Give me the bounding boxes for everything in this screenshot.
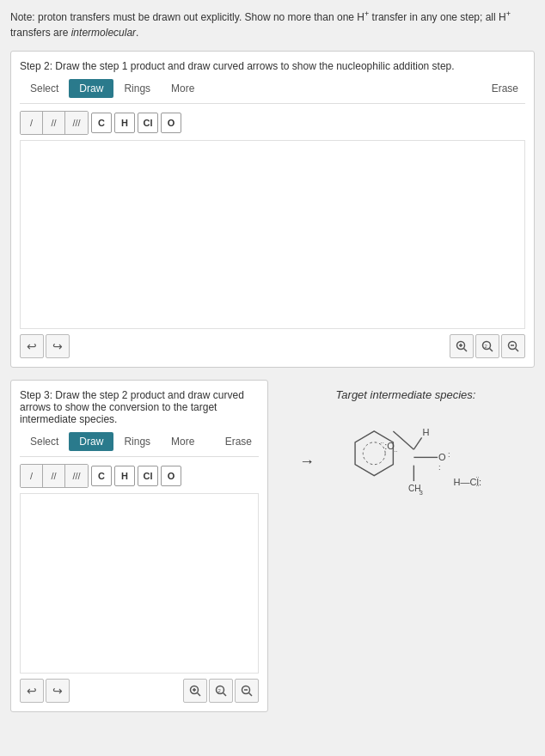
step1-element-o[interactable]: O — [161, 113, 181, 133]
step1-line-tools: / // /// — [20, 111, 89, 135]
step2-zoom-out-button[interactable] — [235, 679, 259, 703]
step2-tab-select[interactable]: Select — [20, 432, 69, 451]
step2-zoom-reset-button[interactable]: 2 — [209, 679, 233, 703]
step1-undo-redo: ↩ ↪ — [20, 334, 70, 358]
step2-draw-tools: / // /// C H Cl O — [20, 464, 259, 488]
step2-canvas[interactable] — [20, 493, 259, 674]
svg-text:··: ·· — [475, 473, 479, 481]
svg-line-15 — [224, 693, 227, 697]
benzene-ring — [355, 431, 393, 476]
svg-text:··: ·· — [475, 482, 479, 490]
svg-text:2: 2 — [218, 688, 222, 693]
step1-box: Step 2: Draw the step 1 product and draw… — [10, 51, 535, 368]
step3-target: Target intermediate species: → — [277, 380, 535, 521]
step2-tab-draw[interactable]: Draw — [69, 432, 113, 451]
step2-element-c[interactable]: C — [91, 466, 112, 486]
step2-single-bond[interactable]: / — [21, 465, 43, 487]
step2-redo-button[interactable]: ↪ — [46, 679, 70, 703]
step1-redo-button[interactable]: ↪ — [46, 334, 70, 358]
step2-undo-button[interactable]: ↩ — [20, 679, 44, 703]
svg-text:O: O — [438, 452, 446, 462]
step2-double-bond[interactable]: // — [43, 465, 65, 487]
svg-text::: : — [438, 463, 441, 472]
step1-draw-tools: / // /// C H Cl O — [20, 111, 525, 135]
step2-zoom-controls: 2 — [183, 679, 259, 703]
svg-line-30 — [413, 437, 421, 449]
step1-tab-rings[interactable]: Rings — [113, 79, 161, 98]
svg-line-8 — [516, 349, 519, 352]
step1-zoom-controls: 2 — [450, 334, 525, 358]
step2-line-tools: / // /// — [20, 464, 89, 488]
zoom-reset-icon: 2 — [481, 340, 493, 352]
step1-element-cl[interactable]: Cl — [138, 113, 158, 133]
zoom-out-icon2 — [241, 685, 253, 697]
step2-tab-rings[interactable]: Rings — [113, 432, 161, 451]
svg-line-1 — [464, 349, 468, 352]
step1-canvas[interactable] — [20, 140, 525, 329]
step1-triple-bond[interactable]: /// — [65, 112, 88, 134]
step1-zoom-out-button[interactable] — [501, 334, 525, 358]
step3-row: Step 3: Draw the step 2 product and draw… — [10, 380, 535, 712]
step1-element-c[interactable]: C — [91, 113, 112, 133]
step1-undo-button[interactable]: ↩ — [20, 334, 44, 358]
step1-element-h[interactable]: H — [114, 113, 135, 133]
svg-text::: : — [448, 450, 450, 459]
svg-text:··: ·· — [394, 448, 397, 455]
step2-element-h[interactable]: H — [114, 466, 135, 486]
zoom-in-icon2 — [189, 685, 201, 697]
svg-line-11 — [198, 693, 201, 697]
step1-double-bond[interactable]: // — [43, 112, 65, 134]
svg-text:H: H — [423, 427, 430, 437]
note-text: Note: proton transfers must be drawn out… — [10, 9, 535, 40]
step2-element-o[interactable]: O — [161, 466, 181, 486]
target-image-area: → CH 3 — [299, 410, 512, 513]
svg-line-5 — [490, 349, 493, 352]
step2-undo-redo: ↩ ↪ — [20, 679, 70, 703]
page: Note: proton transfers must be drawn out… — [0, 0, 545, 721]
zoom-reset-icon2: 2 — [215, 685, 227, 697]
step1-toolbar: Select Draw Rings More Erase — [20, 79, 525, 104]
step2-element-cl[interactable]: Cl — [138, 466, 158, 486]
target-title: Target intermediate species: — [336, 388, 476, 401]
step2-box: Step 3: Draw the step 2 product and draw… — [10, 380, 268, 712]
step1-erase-button[interactable]: Erase — [485, 79, 525, 98]
zoom-out-icon — [507, 340, 519, 352]
step1-zoom-in-button[interactable] — [450, 334, 474, 358]
step1-tab-select[interactable]: Select — [20, 79, 69, 98]
step1-zoom-reset-button[interactable]: 2 — [475, 334, 499, 358]
step2-zoom-in-button[interactable] — [183, 679, 207, 703]
step2-toolbar: Select Draw Rings More Erase — [20, 432, 259, 457]
svg-marker-20 — [355, 431, 393, 476]
step2-title: Step 3: Draw the step 2 product and draw… — [20, 389, 259, 425]
step2-triple-bond[interactable]: /// — [65, 465, 88, 487]
step1-footer: ↩ ↪ 2 — [20, 334, 525, 358]
step1-single-bond[interactable]: / — [21, 112, 43, 134]
svg-text:2: 2 — [485, 344, 488, 349]
step2-erase-button[interactable]: Erase — [218, 432, 259, 451]
step1-title: Step 2: Draw the step 1 product and draw… — [20, 60, 525, 72]
molecule-svg: CH 3 O : : H :O ·· ·· H—Cl: — [323, 410, 512, 513]
svg-text:··: ·· — [381, 439, 384, 447]
zoom-in-icon — [456, 340, 468, 352]
svg-text:3: 3 — [419, 489, 423, 497]
step1-tab-draw[interactable]: Draw — [69, 79, 113, 98]
step1-tab-more[interactable]: More — [161, 79, 205, 98]
step2-footer: ↩ ↪ — [20, 679, 259, 703]
svg-line-18 — [249, 693, 253, 697]
reaction-arrow: → — [299, 453, 315, 471]
step2-tab-more[interactable]: More — [161, 432, 205, 451]
